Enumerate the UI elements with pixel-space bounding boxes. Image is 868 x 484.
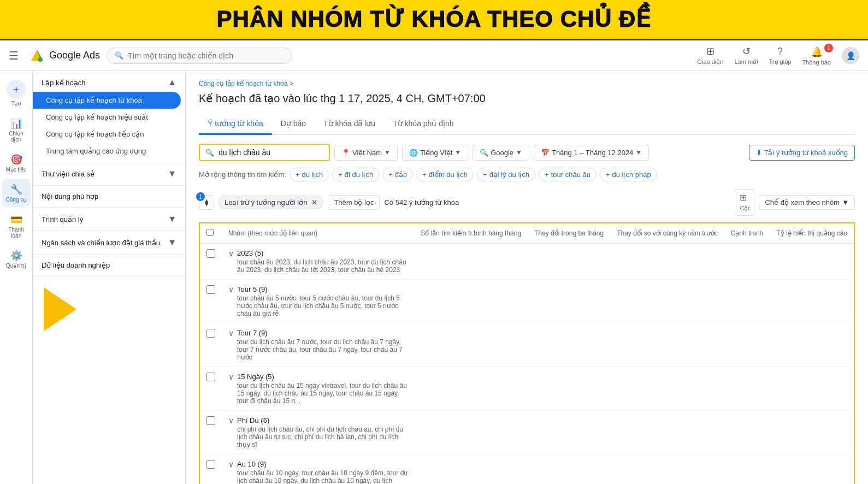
row-checkbox-2[interactable] xyxy=(206,329,215,338)
hamburger-menu[interactable]: ☰ xyxy=(9,49,19,62)
filter-options-btn[interactable]: 1 ⧫ xyxy=(199,195,214,210)
billing-icon: 💳 xyxy=(10,214,22,226)
suggest-diem-du-lich[interactable]: + điểm du lịch xyxy=(416,168,474,181)
nav-icons: ⊞ Giao diện ↺ Làm mới ? Trợ giúp 1 🔔 Thô… xyxy=(698,45,859,66)
dashboard-icon-btn[interactable]: ⊞ Giao diện xyxy=(698,45,724,66)
bell-icon: 🔔 xyxy=(811,46,823,58)
row-chevron-4[interactable]: ∨ xyxy=(228,416,234,425)
suggest-du-lich-phap[interactable]: + du lịch pháp xyxy=(600,168,657,181)
filter-tieng-viet[interactable]: 🌐 Tiếng Việt ▼ xyxy=(402,145,468,161)
sidebar-item-cong-cu-tiep-can[interactable]: Công cụ lập kế hoạch tiếp cận xyxy=(33,126,181,143)
row-checkbox-0[interactable] xyxy=(206,249,215,258)
rail-item-thanh-toan[interactable]: 💳 Thanh toán xyxy=(2,209,31,243)
group-keywords-1: tour châu âu 5 nước, tour 5 nước châu âu… xyxy=(237,294,408,317)
rail-quan-tri-label: Quản trị xyxy=(6,263,26,269)
header-checkbox-cell[interactable] xyxy=(199,223,222,244)
select-all-checkbox[interactable] xyxy=(206,229,214,236)
sidebar-section-ngan-sach[interactable]: Ngân sách và chiến lược đặt giá thầu ▼ xyxy=(33,233,185,252)
row-chevron-2[interactable]: ∨ xyxy=(228,329,234,338)
close-filter-icon[interactable]: ✕ xyxy=(311,198,317,206)
top-search-input[interactable] xyxy=(128,51,284,60)
sidebar-section-du-lieu-label: Dữ liệu doanh nghiệp xyxy=(42,261,110,269)
sidebar-section-du-lieu[interactable]: Dữ liệu doanh nghiệp xyxy=(33,257,185,274)
row-group-cell-0: ∨ 2023 (5) tour châu âu 2023, du lịch ch… xyxy=(222,244,414,280)
th-group: Nhóm (theo mức độ liên quan) xyxy=(222,223,414,244)
group-keywords-3: tour du lịch châu âu 15 ngày vietravel, … xyxy=(237,382,408,405)
sidebar-section-noi-dung[interactable]: Nội dung phù hợp xyxy=(33,188,185,205)
row-avg-monthly-1 xyxy=(414,280,528,323)
plus-icon-0: + xyxy=(296,170,300,179)
row-checkbox-4[interactable] xyxy=(206,416,215,425)
row-checkbox-3[interactable] xyxy=(206,373,215,381)
sidebar-section-lap-ke-hoach[interactable]: Lập kế hoạch ▲ xyxy=(33,73,185,92)
tab-du-bao[interactable]: Dự báo xyxy=(272,114,315,135)
suggest-di-du-lich[interactable]: + đi du lịch xyxy=(332,168,379,181)
sidebar-item-cong-cu-tu-khoa[interactable]: Công cụ lập kế hoạch từ khóa xyxy=(33,92,181,109)
top-search-bar[interactable]: 🔍 xyxy=(107,48,292,64)
row-ad-impression-3 xyxy=(770,367,854,411)
suggest-tour-chau-au[interactable]: + tour châu âu xyxy=(539,168,597,181)
plus-icon-4: + xyxy=(483,170,487,179)
row-chevron-5[interactable]: ∨ xyxy=(228,460,234,469)
sidebar-section-ngan-sach-label: Ngân sách và chiến lược đặt giá thầu xyxy=(42,239,160,247)
nav-group-lap-ke-hoach: Lập kế hoạch ▲ Công cụ lập kế hoạch từ k… xyxy=(33,71,185,162)
rail-item-tao[interactable]: + Tạo xyxy=(2,75,31,111)
suggest-dao[interactable]: + đảo xyxy=(382,168,413,181)
view-mode-btn[interactable]: Chế độ xem theo nhóm ▼ xyxy=(759,195,855,210)
rail-thanh-toan-label: Thanh toán xyxy=(4,227,28,239)
columns-btn[interactable]: ⊞ Cột xyxy=(735,189,754,216)
rail-item-muc-tieu[interactable]: 🎯 Mục tiêu xyxy=(2,149,31,177)
row-checkbox-cell[interactable] xyxy=(199,411,222,455)
banner-title: PHÂN NHÓM TỪ KHÓA THEO CHỦ ĐỀ xyxy=(0,5,868,32)
suggest-du-lich[interactable]: + du lịch xyxy=(290,168,329,181)
row-checkbox-cell[interactable] xyxy=(199,367,222,411)
filter-date[interactable]: 📅 Tháng 1 – Tháng 12 2024 ▼ xyxy=(534,145,649,161)
filter-viet-nam[interactable]: 📍 Việt Nam ▼ xyxy=(334,145,398,161)
notifications-icon-btn[interactable]: 1 🔔 Thông báo xyxy=(802,46,831,66)
help-icon-btn[interactable]: ? Trợ giúp xyxy=(769,46,792,66)
row-avg-monthly-3 xyxy=(414,367,528,411)
sidebar-item-trung-tam-qc[interactable]: Trung tâm quảng cáo ứng dụng xyxy=(33,143,181,160)
row-checkbox-cell[interactable] xyxy=(199,455,222,485)
user-avatar[interactable]: 👤 xyxy=(842,47,859,64)
icon-rail: + Tạo 📊 Chiến dịch 🎯 Mục tiêu 🔧 Công cụ … xyxy=(0,71,33,484)
table-row: ∨ Tour 5 (9) tour châu âu 5 nước, tour 5… xyxy=(199,280,854,323)
row-change-3m-4 xyxy=(528,411,610,455)
tab-tu-khoa-da-luu[interactable]: Từ khóa đã lưu xyxy=(315,114,384,135)
row-checkbox-cell[interactable] xyxy=(199,244,222,280)
keyword-table: Nhóm (theo mức độ liên quan) Số lần tìm … xyxy=(199,222,855,484)
row-chevron-3[interactable]: ∨ xyxy=(228,373,234,381)
add-filter-btn[interactable]: Thêm bộ lọc xyxy=(328,195,380,210)
breadcrumb[interactable]: Công cụ lập kế hoạch từ khóa > xyxy=(199,80,855,87)
page-title: Kế hoạch đã tạo vào lúc thg 1 17, 2025, … xyxy=(199,92,855,105)
keyword-search-box[interactable]: 🔍 xyxy=(199,144,330,161)
row-checkbox-cell[interactable] xyxy=(199,280,222,323)
filter-google[interactable]: 🔍 Google ▼ xyxy=(473,145,529,161)
row-change-3m-5 xyxy=(528,455,610,485)
th-ad-impression: Tỷ lệ hiển thị quảng cáo xyxy=(770,223,854,244)
sidebar-section-trinh-quan-ly[interactable]: Trình quản lý ▼ xyxy=(33,210,185,228)
rail-item-quan-tri[interactable]: ⚙️ Quản trị xyxy=(2,245,31,273)
row-checkbox-5[interactable] xyxy=(206,460,215,469)
rail-item-chien-dich[interactable]: 📊 Chiến dịch xyxy=(2,113,31,147)
row-chevron-0[interactable]: ∨ xyxy=(228,249,234,258)
tab-y-tuong-tu-khoa[interactable]: Ý tưởng từ khóa xyxy=(199,114,272,135)
row-competition-3 xyxy=(724,367,770,411)
rail-item-cong-cu[interactable]: 🔧 Công cụ xyxy=(2,179,31,207)
sidebar-item-cong-cu-hieu-suat[interactable]: Công cụ lập kế hoạch hiệu suất xyxy=(33,109,181,126)
row-checkbox-cell[interactable] xyxy=(199,323,222,367)
row-checkbox-1[interactable] xyxy=(206,285,215,294)
refresh-icon-btn[interactable]: ↺ Làm mới xyxy=(735,45,758,66)
chevron-google: ▼ xyxy=(516,149,522,156)
adult-filter-tag[interactable]: Loại trừ ý tưởng người lớn ✕ xyxy=(219,196,323,209)
result-count: Có 542 ý tưởng từ khóa xyxy=(384,198,459,206)
nav-group-noi-dung: Nội dung phù hợp xyxy=(33,186,185,208)
sidebar-section-thu-vien[interactable]: Thư viện chia sẻ ▼ xyxy=(33,164,185,183)
suggestions-label: Mở rộng thông tin tìm kiếm: xyxy=(199,170,286,179)
row-chevron-1[interactable]: ∨ xyxy=(228,285,234,294)
create-circle-icon: + xyxy=(7,80,26,99)
tab-tu-khoa-phu-dinh[interactable]: Từ khóa phủ định xyxy=(384,114,463,135)
download-btn[interactable]: ⬇ Tải ý tưởng từ khoá xuống xyxy=(749,145,855,161)
keyword-search-input[interactable] xyxy=(219,148,306,157)
suggest-dai-ly-du-lich[interactable]: + đại lý du lịch xyxy=(477,168,535,181)
